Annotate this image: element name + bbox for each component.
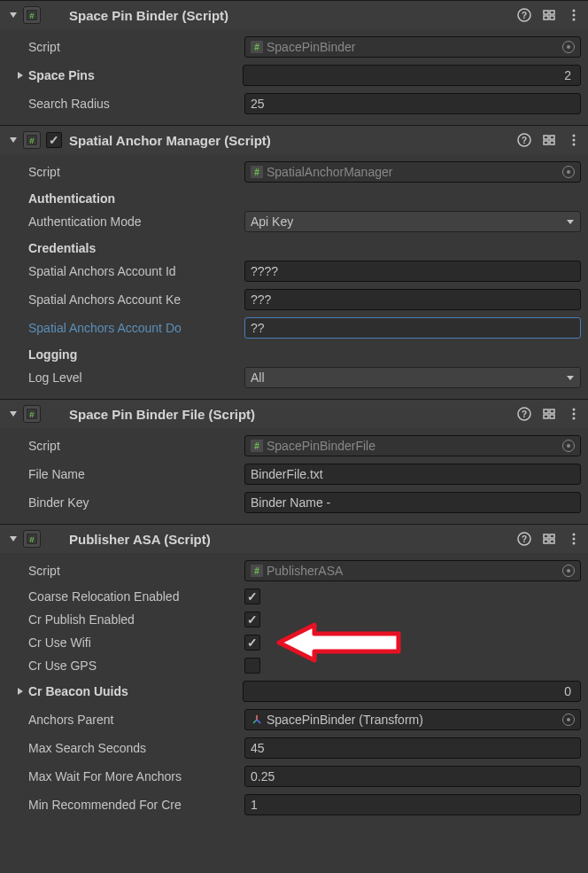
space-pins-row: Space Pins xyxy=(0,61,588,90)
cr-beacon-uuids-row: Cr Beacon Uuids xyxy=(0,677,588,705)
chevron-down-icon xyxy=(566,370,575,385)
component-header[interactable]: # Publisher ASA (Script) ? xyxy=(0,525,588,553)
script-field[interactable]: # SpacePinBinderFile xyxy=(244,435,581,456)
component-spatial-anchor-manager: # Spatial Anchor Manager (Script) ? Scri… xyxy=(0,125,588,399)
account-key-input[interactable] xyxy=(244,289,581,310)
coarse-relocation-checkbox[interactable] xyxy=(244,588,260,604)
account-domain-input[interactable] xyxy=(244,317,581,339)
enable-checkbox[interactable] xyxy=(46,132,62,148)
preset-icon[interactable] xyxy=(542,532,556,546)
svg-text:?: ? xyxy=(522,11,527,20)
file-name-input[interactable] xyxy=(244,464,581,485)
object-picker-icon[interactable] xyxy=(562,41,575,53)
binder-key-input[interactable] xyxy=(244,492,581,513)
account-id-input[interactable] xyxy=(244,261,581,282)
svg-point-9 xyxy=(573,14,576,17)
max-search-seconds-row: Max Search Seconds xyxy=(0,734,588,762)
cr-use-wifi-checkbox[interactable] xyxy=(244,635,260,651)
script-label: Script xyxy=(28,439,244,453)
coarse-relocation-row: Coarse Relocation Enabled xyxy=(0,585,588,608)
help-icon[interactable]: ? xyxy=(517,133,531,147)
svg-point-23 xyxy=(573,144,576,146)
component-title: Publisher ASA (Script) xyxy=(69,532,517,547)
cr-publish-checkbox[interactable] xyxy=(244,612,260,627)
foldout-icon[interactable] xyxy=(7,408,19,420)
object-picker-icon[interactable] xyxy=(562,565,575,577)
max-search-seconds-input[interactable] xyxy=(244,737,581,759)
help-icon[interactable]: ? xyxy=(517,8,531,22)
svg-point-49 xyxy=(573,542,576,545)
component-header[interactable]: # Space Pin Binder (Script) ? xyxy=(0,1,588,29)
object-picker-icon[interactable] xyxy=(562,440,575,452)
search-radius-input[interactable] xyxy=(244,93,581,114)
min-recommended-row: Min Recommended For Cre xyxy=(0,791,588,819)
svg-rect-19 xyxy=(544,141,548,144)
script-icon: # xyxy=(23,131,41,149)
auth-mode-dropdown[interactable]: Api Key xyxy=(244,211,581,232)
menu-icon[interactable] xyxy=(567,407,581,421)
cr-use-gps-checkbox[interactable] xyxy=(244,658,260,674)
svg-text:?: ? xyxy=(522,136,527,145)
svg-point-10 xyxy=(573,19,576,21)
file-name-label: File Name xyxy=(28,467,244,481)
preset-icon[interactable] xyxy=(542,407,556,421)
auth-mode-row: Authentication Mode Api Key xyxy=(0,207,588,236)
account-id-row: Spatial Anchors Account Id xyxy=(0,257,588,285)
script-value: SpacePinBinderFile xyxy=(267,439,375,453)
menu-icon[interactable] xyxy=(567,8,581,22)
chevron-down-icon xyxy=(566,214,575,229)
svg-point-8 xyxy=(573,10,576,12)
account-key-label: Spatial Anchors Account Ke xyxy=(28,292,244,307)
foldout-icon[interactable] xyxy=(7,9,19,21)
svg-rect-44 xyxy=(550,534,554,538)
foldout-icon[interactable] xyxy=(7,134,19,146)
script-label: Script xyxy=(28,564,244,578)
script-field[interactable]: # SpacePinBinder xyxy=(244,36,581,58)
script-value: SpacePinBinder xyxy=(267,40,355,54)
min-recommended-input[interactable] xyxy=(244,794,581,815)
max-wait-more-input[interactable] xyxy=(244,766,581,787)
file-name-row: File Name xyxy=(0,460,588,488)
foldout-icon[interactable] xyxy=(14,685,27,698)
cr-beacon-uuids-count[interactable] xyxy=(243,681,581,702)
help-icon[interactable]: ? xyxy=(517,407,531,421)
min-recommended-label: Min Recommended For Cre xyxy=(28,798,244,812)
script-label: Script xyxy=(28,40,244,54)
object-picker-icon[interactable] xyxy=(562,166,575,178)
svg-rect-46 xyxy=(550,540,554,543)
script-icon: # xyxy=(23,6,41,24)
script-field[interactable]: # PublisherASA xyxy=(244,560,581,581)
preset-icon[interactable] xyxy=(542,8,556,22)
anchors-parent-field[interactable]: SpacePinBinder (Transform) xyxy=(244,709,581,730)
account-domain-label: Spatial Anchors Account Do xyxy=(28,321,244,335)
component-header[interactable]: # Spatial Anchor Manager (Script) ? xyxy=(0,126,588,154)
max-wait-more-label: Max Wait For More Anchors xyxy=(28,769,244,783)
component-publisher-asa: # Publisher ASA (Script) ? Script # Publ… xyxy=(0,524,588,826)
space-pins-count[interactable] xyxy=(243,65,581,86)
cr-use-wifi-row: Cr Use Wifi xyxy=(0,631,588,654)
svg-point-48 xyxy=(573,538,576,541)
object-picker-icon[interactable] xyxy=(562,713,575,726)
component-title: Space Pin Binder File (Script) xyxy=(69,407,517,422)
transform-icon xyxy=(251,713,263,726)
script-row: Script # SpatialAnchorManager xyxy=(0,158,588,186)
help-icon[interactable]: ? xyxy=(517,532,531,546)
anchors-parent-value: SpacePinBinder (Transform) xyxy=(267,713,423,727)
menu-icon[interactable] xyxy=(567,532,581,546)
svg-text:#: # xyxy=(254,168,259,177)
preset-icon[interactable] xyxy=(542,133,556,147)
log-level-dropdown[interactable]: All xyxy=(244,367,581,388)
max-wait-more-row: Max Wait For More Anchors xyxy=(0,762,588,791)
svg-point-34 xyxy=(573,409,576,411)
foldout-icon[interactable] xyxy=(14,69,27,82)
svg-point-36 xyxy=(573,417,576,420)
svg-rect-7 xyxy=(550,16,554,19)
account-id-label: Spatial Anchors Account Id xyxy=(28,264,244,278)
menu-icon[interactable] xyxy=(567,133,581,147)
max-search-seconds-label: Max Search Seconds xyxy=(28,741,244,755)
svg-point-35 xyxy=(573,413,576,416)
foldout-icon[interactable] xyxy=(7,533,19,545)
script-field[interactable]: # SpatialAnchorManager xyxy=(244,161,581,183)
svg-point-21 xyxy=(573,135,576,137)
component-header[interactable]: # Space Pin Binder File (Script) ? xyxy=(0,400,588,428)
